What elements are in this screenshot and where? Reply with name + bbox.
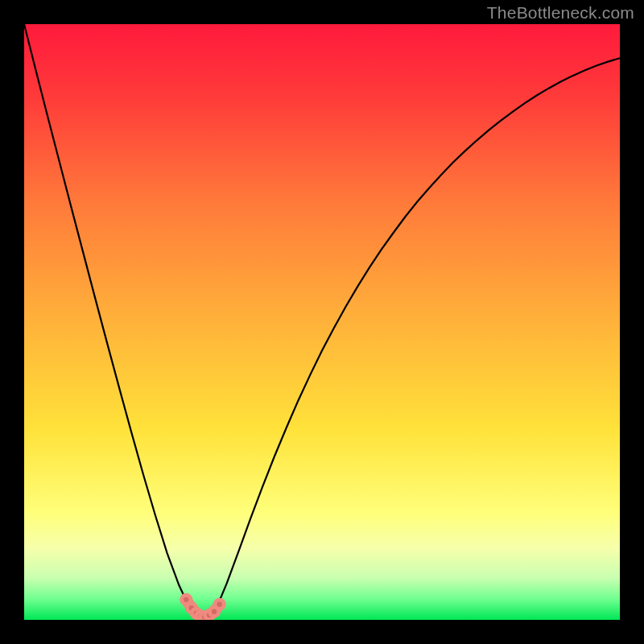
bottleneck-chart (24, 24, 620, 620)
chart-frame: TheBottleneck.com (0, 0, 644, 644)
svg-point-0 (184, 597, 188, 602)
svg-point-7 (217, 602, 222, 607)
watermark-text: TheBottleneck.com (487, 3, 634, 23)
gradient-background (24, 24, 620, 620)
